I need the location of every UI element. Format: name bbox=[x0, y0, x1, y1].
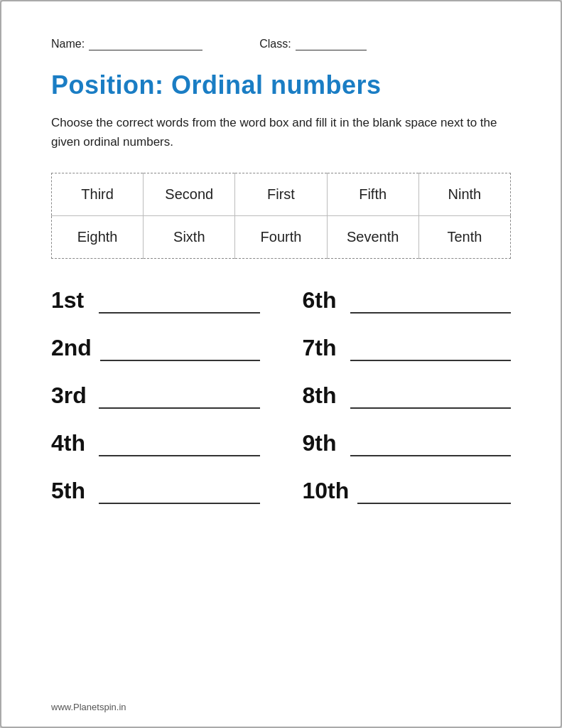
word-box-cell: Eighth bbox=[52, 216, 144, 259]
word-box-cell: Third bbox=[52, 173, 144, 216]
ordinal-label-1st: 1st bbox=[51, 287, 90, 314]
class-label: Class: bbox=[259, 38, 291, 50]
name-field: Name: bbox=[51, 37, 202, 50]
name-class-row: Name: Class: bbox=[51, 37, 511, 50]
ordinal-label-4th: 4th bbox=[51, 430, 90, 456]
answer-line-10th bbox=[357, 500, 511, 504]
ordinal-label-7th: 7th bbox=[303, 335, 342, 361]
answer-line-1st bbox=[99, 309, 260, 314]
worksheet-page: Name: Class: Position: Ordinal numbers C… bbox=[0, 0, 562, 728]
class-underline bbox=[296, 37, 367, 50]
exercise-item-8th: 8th bbox=[303, 382, 512, 409]
word-box-cell: Fifth bbox=[327, 173, 418, 216]
word-box-cell: Sixth bbox=[144, 216, 235, 259]
instructions-text: Choose the correct words from the word b… bbox=[51, 113, 511, 151]
word-box-table: Third Second First Fifth Ninth Eighth Si… bbox=[51, 173, 511, 259]
exercise-item-2nd: 2nd bbox=[51, 335, 260, 361]
ordinal-label-6th: 6th bbox=[303, 287, 342, 314]
class-field: Class: bbox=[259, 37, 366, 50]
word-box-cell: Ninth bbox=[418, 173, 510, 216]
exercise-item-10th: 10th bbox=[303, 478, 512, 504]
exercise-item-7th: 7th bbox=[303, 335, 512, 361]
answer-line-4th bbox=[99, 452, 260, 456]
exercises-grid: 1st 2nd 3rd 4th 5th 6th bbox=[51, 287, 511, 525]
word-box-cell: Fourth bbox=[235, 216, 327, 259]
footer-text: www.Planetspin.in bbox=[51, 702, 126, 712]
answer-line-6th bbox=[350, 309, 512, 314]
word-box-row-1: Third Second First Fifth Ninth bbox=[52, 173, 511, 216]
word-box-cell: First bbox=[235, 173, 327, 216]
word-box-cell: Second bbox=[144, 173, 235, 216]
answer-line-7th bbox=[350, 357, 512, 361]
ordinal-label-2nd: 2nd bbox=[51, 335, 92, 361]
exercise-item-3rd: 3rd bbox=[51, 382, 260, 409]
ordinal-label-8th: 8th bbox=[303, 382, 342, 409]
answer-line-8th bbox=[350, 405, 512, 409]
ordinal-label-9th: 9th bbox=[303, 430, 342, 456]
exercise-item-5th: 5th bbox=[51, 478, 260, 504]
name-underline bbox=[89, 37, 202, 50]
exercise-item-9th: 9th bbox=[303, 430, 512, 456]
ordinal-label-10th: 10th bbox=[303, 478, 350, 504]
answer-line-2nd bbox=[100, 357, 260, 361]
exercise-item-6th: 6th bbox=[303, 287, 512, 314]
ordinal-label-5th: 5th bbox=[51, 478, 90, 504]
ordinal-label-3rd: 3rd bbox=[51, 382, 90, 409]
exercise-item-1st: 1st bbox=[51, 287, 260, 314]
exercises-left-col: 1st 2nd 3rd 4th 5th bbox=[51, 287, 260, 525]
word-box-row-2: Eighth Sixth Fourth Seventh Tenth bbox=[52, 216, 511, 259]
exercise-item-4th: 4th bbox=[51, 430, 260, 456]
word-box-cell: Tenth bbox=[418, 216, 510, 259]
answer-line-9th bbox=[350, 452, 512, 456]
exercises-right-col: 6th 7th 8th 9th 10th bbox=[303, 287, 512, 525]
answer-line-3rd bbox=[99, 405, 260, 409]
page-title: Position: Ordinal numbers bbox=[51, 70, 511, 100]
word-box-cell: Seventh bbox=[327, 216, 418, 259]
answer-line-5th bbox=[99, 500, 260, 504]
name-label: Name: bbox=[51, 38, 85, 50]
